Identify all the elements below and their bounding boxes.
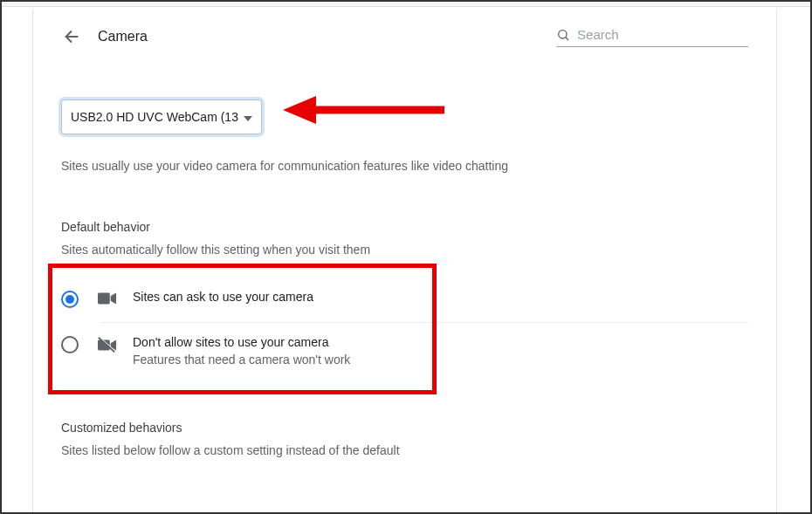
radio-ask[interactable] (61, 291, 79, 308)
search-icon (556, 27, 570, 43)
search-field[interactable] (556, 27, 748, 47)
customized-title: Customized behaviors (61, 421, 748, 435)
svg-line-2 (566, 37, 568, 39)
option-ask-label: Sites can ask to use your camera (133, 290, 313, 304)
caret-down-icon (244, 110, 252, 124)
default-behavior-sub: Sites automatically follow this setting … (61, 243, 748, 257)
option-block-label: Don't allow sites to use your camera (133, 335, 350, 349)
option-ask[interactable]: Sites can ask to use your camera (61, 278, 748, 322)
arrow-left-icon (62, 27, 81, 46)
camera-description: Sites usually use your video camera for … (61, 159, 748, 173)
camera-device-select[interactable]: USB2.0 HD UVC WebCam (13 (61, 99, 262, 134)
svg-point-1 (559, 30, 567, 38)
svg-rect-3 (98, 293, 110, 305)
radio-block[interactable] (61, 336, 79, 353)
page-title: Camera (98, 29, 148, 45)
camera-off-icon (98, 336, 117, 357)
camera-device-value: USB2.0 HD UVC WebCam (13 (71, 110, 238, 124)
settings-header: Camera (61, 9, 748, 65)
default-behavior-title: Default behavior (61, 220, 748, 234)
option-block[interactable]: Don't allow sites to use your camera Fea… (100, 322, 748, 379)
back-button[interactable] (61, 26, 82, 47)
camera-icon (98, 291, 117, 310)
customized-sub: Sites listed below follow a custom setti… (61, 443, 748, 457)
search-input[interactable] (577, 27, 748, 42)
option-block-sub: Features that need a camera won't work (133, 353, 350, 367)
